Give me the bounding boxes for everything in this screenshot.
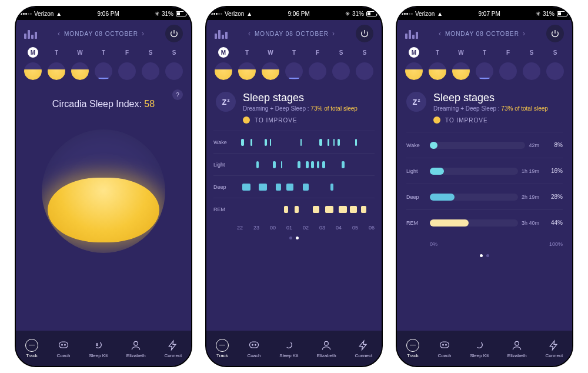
- moon-icon: [215, 62, 232, 80]
- weekday-row: M T W T F S S: [206, 45, 382, 59]
- nav-user[interactable]: Elizabeth: [126, 339, 146, 358]
- day-tue[interactable]: T: [238, 47, 256, 58]
- day-sun[interactable]: S: [546, 47, 564, 58]
- moon-icon: [356, 62, 373, 80]
- svg-point-4: [134, 341, 138, 345]
- day-thu[interactable]: T: [285, 47, 303, 58]
- date-navigator[interactable]: ‹ MONDAY 08 OCTOBER ›: [58, 29, 145, 38]
- power-button[interactable]: [356, 25, 373, 42]
- power-button[interactable]: [546, 25, 564, 42]
- bar-row-rem: REM 3h 40m 44%: [406, 209, 563, 235]
- chevron-right-icon[interactable]: ›: [332, 29, 335, 38]
- pager-dots[interactable]: [206, 233, 382, 243]
- wifi-icon: ▲: [56, 11, 62, 17]
- svg-point-2: [65, 344, 66, 345]
- tl-label-deep: Deep: [213, 184, 237, 190]
- nav-connect[interactable]: Connect: [164, 339, 182, 358]
- day-sun[interactable]: S: [356, 47, 373, 58]
- chevron-left-icon[interactable]: ‹: [248, 29, 251, 38]
- phone-screen-2: Verizon ▲ 9:06 PM ✳ 31% ‹ MONDAY 08 OCTO…: [205, 6, 383, 367]
- phone-screen-3: Verizon ▲ 9:07 PM ✳ 31% ‹ MONDAY 08 OCTO…: [396, 6, 573, 367]
- nav-sleepkit[interactable]: Sleep Kit: [470, 339, 489, 358]
- moon-icon: [142, 62, 159, 80]
- bluetooth-icon: ✳: [345, 11, 350, 17]
- chevron-right-icon[interactable]: ›: [142, 29, 145, 38]
- improve-badge: TO IMPROVE: [243, 116, 358, 124]
- clock: 9:06 PM: [98, 11, 119, 17]
- battery-pct: 31%: [352, 11, 364, 17]
- day-wed[interactable]: W: [71, 47, 89, 58]
- nav-user[interactable]: Elizabeth: [507, 339, 527, 358]
- sleep-timeline-chart[interactable]: Wake Light Deep REM 222300010203040506: [206, 128, 382, 233]
- svg-point-12: [515, 341, 519, 345]
- day-fri[interactable]: F: [309, 47, 326, 58]
- svg-rect-0: [59, 342, 68, 348]
- nav-connect[interactable]: Connect: [545, 339, 563, 358]
- date-label: MONDAY 08 OCTOBER: [255, 31, 329, 37]
- chevron-right-icon[interactable]: ›: [523, 29, 526, 38]
- day-sat[interactable]: S: [523, 47, 540, 58]
- day-thu[interactable]: T: [95, 47, 112, 58]
- stats-icon[interactable]: [405, 28, 418, 39]
- nav-coach[interactable]: Coach: [247, 339, 260, 358]
- tl-label-wake: Wake: [213, 139, 237, 145]
- stages-header: Zz Sleep stages Dreaming + Deep Sleep : …: [206, 86, 382, 128]
- day-mon[interactable]: M: [215, 47, 232, 58]
- bottom-nav: Track Coach Sleep Kit Elizabeth Connect: [206, 331, 382, 366]
- nav-sleepkit[interactable]: zSleep Kit: [89, 339, 108, 358]
- day-sat[interactable]: S: [142, 47, 159, 58]
- day-mon[interactable]: M: [405, 47, 423, 58]
- weekday-row: M T W T F S S: [16, 45, 191, 59]
- carrier-label: Verizon: [225, 11, 244, 17]
- day-mon[interactable]: M: [24, 47, 42, 58]
- svg-text:z: z: [96, 342, 98, 346]
- day-wed[interactable]: W: [452, 47, 470, 58]
- moon-icon: [476, 62, 493, 80]
- nav-sleepkit[interactable]: Sleep Kit: [279, 339, 298, 358]
- bar-row-light: Light 1h 19m 16%: [406, 158, 563, 184]
- day-fri[interactable]: F: [499, 47, 517, 58]
- moon-icon: [523, 62, 540, 80]
- day-wed[interactable]: W: [262, 47, 279, 58]
- signal-icon: [21, 13, 32, 15]
- nav-coach[interactable]: Coach: [437, 339, 451, 358]
- power-button[interactable]: [165, 25, 183, 42]
- nav-coach[interactable]: Coach: [56, 339, 70, 358]
- pager-dots[interactable]: [397, 251, 572, 261]
- moon-icon: [429, 62, 446, 80]
- help-button[interactable]: ?: [172, 89, 183, 100]
- stages-header: Zz Sleep stages Dreaming + Deep Sleep : …: [397, 86, 572, 128]
- clock: 9:06 PM: [288, 11, 310, 17]
- day-thu[interactable]: T: [476, 47, 493, 58]
- weekday-row: M T W T F S S: [397, 45, 572, 59]
- day-tue[interactable]: T: [48, 47, 65, 58]
- moon-icon: [118, 62, 136, 80]
- nav-track[interactable]: Track: [216, 339, 229, 358]
- moon-icon: [71, 62, 89, 80]
- stats-icon[interactable]: [24, 28, 37, 39]
- moon-icon: [332, 62, 350, 80]
- bottom-nav: Track Coach zSleep Kit Elizabeth Connect: [16, 331, 191, 366]
- moons-row: [206, 59, 382, 86]
- moon-icon: [452, 62, 470, 80]
- nav-user[interactable]: Elizabeth: [317, 339, 336, 358]
- svg-point-10: [443, 344, 444, 345]
- nav-connect[interactable]: Connect: [355, 339, 372, 358]
- svg-rect-5: [250, 342, 259, 348]
- sleep-bars-chart[interactable]: Wake 42m 8% Light 1h 19m 16% Deep 2h 19m…: [397, 128, 572, 251]
- stats-icon[interactable]: [215, 28, 228, 39]
- day-sun[interactable]: S: [165, 47, 183, 58]
- chevron-left-icon[interactable]: ‹: [58, 29, 61, 38]
- moon-icon: [405, 62, 423, 80]
- day-sat[interactable]: S: [332, 47, 350, 58]
- nav-track[interactable]: Track: [406, 339, 419, 358]
- day-fri[interactable]: F: [118, 47, 136, 58]
- date-navigator[interactable]: ‹ MONDAY 08 OCTOBER ›: [439, 29, 526, 38]
- nav-track[interactable]: Track: [25, 339, 38, 358]
- stages-subtitle: Dreaming + Deep Sleep : 73% of total sle…: [243, 105, 358, 112]
- date-navigator[interactable]: ‹ MONDAY 08 OCTOBER ›: [248, 29, 335, 38]
- day-tue[interactable]: T: [429, 47, 446, 58]
- chevron-left-icon[interactable]: ‹: [439, 29, 442, 38]
- svg-point-11: [446, 344, 447, 345]
- svg-rect-9: [440, 342, 449, 348]
